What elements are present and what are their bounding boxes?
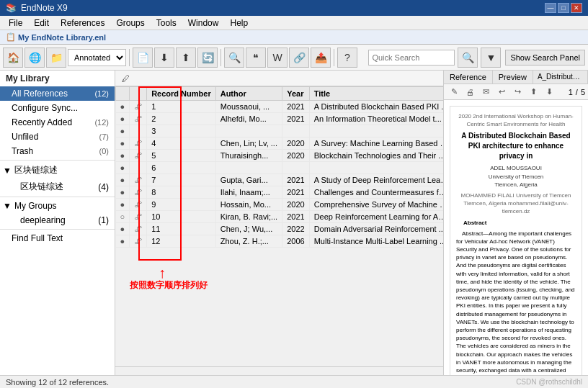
toolbar-btn-1[interactable]: 🏠 <box>3 48 23 68</box>
year-cell: 2020 <box>282 137 309 150</box>
menu-window[interactable]: Window <box>182 17 225 30</box>
preview-up-btn[interactable]: ⬆ <box>526 86 540 99</box>
author-cell: Chen, J; Wu,... <box>215 223 282 235</box>
search-button[interactable]: 🔍 <box>458 48 478 68</box>
year-cell: 2006 <box>282 235 309 248</box>
my-groups-header[interactable]: ▼ My Groups <box>0 199 115 213</box>
preview-content[interactable]: 2020 2nd International Workshop on Human… <box>444 100 588 375</box>
title-cell: A Distributed Blockchain Based PKI ... <box>309 101 443 113</box>
author-cell: Moussaoui, ... <box>215 101 282 113</box>
title-cell: Challenges and Countermeasures fo... <box>309 186 443 199</box>
toolbar-btn-share[interactable]: 📤 <box>311 48 331 68</box>
style-dropdown[interactable]: Annotated APA <box>68 49 126 66</box>
table-row[interactable]: ● 🖇 2 Alhefdi, Mo... 2021 An Information… <box>116 113 444 125</box>
group-section-header[interactable]: ▼ 区块链综述 <box>0 162 115 179</box>
quick-search-input[interactable] <box>368 50 455 66</box>
table-row[interactable]: ● 6 <box>116 162 444 174</box>
menu-file[interactable]: File <box>3 17 28 30</box>
sidebar-subitem-blockchain[interactable]: 区块链综述 (4) <box>0 179 115 195</box>
toolbar-btn-find[interactable]: 🔍 <box>224 48 244 68</box>
menu-tools[interactable]: Tools <box>151 17 182 30</box>
sidebar-subitem-deeplearing[interactable]: deeplearing (1) <box>0 213 115 227</box>
preview-paper-content: Abstract—Among the important challenges … <box>456 230 576 375</box>
library-icon: 📋 <box>6 32 16 42</box>
menu-groups[interactable]: Groups <box>110 17 150 30</box>
toolbar-btn-word[interactable]: W <box>267 48 288 68</box>
separator-find <box>0 229 115 230</box>
year-cell: 2021 <box>282 113 309 125</box>
dot-cell: ● <box>116 113 130 125</box>
table-row[interactable]: ● 🖇 11 Chen, J; Wu,... 2022 Domain Adver… <box>116 223 444 235</box>
maximize-button[interactable]: □ <box>558 3 569 13</box>
col-year[interactable]: Year <box>282 87 309 101</box>
table-row[interactable]: ● 🖇 5 Thuraisingh... 2020 Blockchain Tec… <box>116 150 444 162</box>
toolbar-btn-2[interactable]: 🌐 <box>24 48 45 68</box>
table-row[interactable]: ● 🖇 9 Hossain, Mo... 2020 Comprehensive … <box>116 199 444 211</box>
sidebar-item-all-references[interactable]: All References (12) <box>0 86 115 101</box>
clip-cell: 🖇 <box>130 137 147 150</box>
horizontal-scrollbar[interactable] <box>115 366 443 375</box>
app-icon: 📚 <box>6 3 17 13</box>
toolbar-btn-ref[interactable]: 🔗 <box>289 48 309 68</box>
table-row[interactable]: ○ 🖇 10 Kiran, B. Ravi;... 2021 Deep Rein… <box>116 211 444 223</box>
year-cell: 2021 <box>282 186 309 199</box>
sidebar-item-find-full-text[interactable]: Find Full Text <box>0 231 115 245</box>
title-cell: Blockchain Technologies and Their A... <box>309 150 443 162</box>
table-container[interactable]: Record Number Author Year Title Rating J… <box>115 86 443 366</box>
toolbar-btn-quote[interactable]: ❝ <box>246 48 266 68</box>
preview-email-btn[interactable]: ✉ <box>478 86 493 99</box>
watermark: CSDN @rothschildhl <box>516 378 582 386</box>
sidebar-item-configure-sync[interactable]: Configure Sync... <box>0 101 115 115</box>
year-cell: 2022 <box>282 223 309 235</box>
table-row[interactable]: ● 🖇 12 Zhou, Z. H.;... 2006 Multi-Instan… <box>116 235 444 248</box>
show-search-panel-button[interactable]: Show Search Panel <box>505 50 585 66</box>
preview-redo-btn[interactable]: ↪ <box>510 86 525 99</box>
search-dropdown[interactable]: ▼ <box>481 48 501 68</box>
menu-edit[interactable]: Edit <box>28 17 55 30</box>
toolbar-btn-import[interactable]: ⬇ <box>154 48 174 68</box>
col-record-number[interactable]: Record Number <box>147 87 216 101</box>
close-button[interactable]: ✕ <box>571 3 582 13</box>
minimize-button[interactable]: — <box>545 3 556 13</box>
toolbar-btn-sync[interactable]: 🔄 <box>197 48 218 68</box>
tab-reference[interactable]: Reference <box>444 71 493 84</box>
tab-preview[interactable]: Preview <box>493 71 533 84</box>
toolbar-btn-3[interactable]: 📁 <box>46 48 66 68</box>
table-row[interactable]: ● 🖇 4 Chen, Lin; Lv, ... 2020 A Survey: … <box>116 137 444 150</box>
col-dot[interactable] <box>116 87 130 101</box>
my-groups-collapse-icon: ▼ <box>3 201 12 211</box>
preview-undo-btn[interactable]: ↩ <box>494 86 509 99</box>
page-nav: 1 / 5 <box>569 88 585 96</box>
clip-cell: 🖇 <box>130 235 147 248</box>
toolbar-btn-new[interactable]: 📄 <box>133 48 153 68</box>
table-row[interactable]: ● 🖇 7 Gupta, Gari... 2021 A Study of Dee… <box>116 174 444 186</box>
table-row[interactable]: ● 🖇 8 Ilahi, Inaam;... 2021 Challenges a… <box>116 186 444 199</box>
col-clip[interactable] <box>130 87 147 101</box>
sidebar-item-recently-added[interactable]: Recently Added (12) <box>0 115 115 130</box>
year-cell: 2021 <box>282 174 309 186</box>
tab-file[interactable]: A_Distributed_Blockchain... <box>533 71 588 84</box>
sidebar-item-trash[interactable]: Trash (0) <box>0 144 115 158</box>
deeplearing-count: (1) <box>98 215 109 225</box>
clip-cell: 🖇 <box>130 101 147 113</box>
menu-references[interactable]: References <box>55 17 110 30</box>
menu-help[interactable]: Help <box>224 17 254 30</box>
table-row[interactable]: ● 🖇 1 Moussaoui, ... 2021 A Distributed … <box>116 101 444 113</box>
toolbar-btn-help[interactable]: ? <box>337 48 357 68</box>
author-cell: Zhou, Z. H.;... <box>215 235 282 248</box>
preview-print-btn[interactable]: 🖨 <box>463 86 477 99</box>
preview-edit-btn[interactable]: ✎ <box>447 86 461 99</box>
col-title[interactable]: Title <box>309 87 443 101</box>
clip-cell: 🖇 <box>130 211 147 223</box>
year-cell: 2021 <box>282 211 309 223</box>
table-toolbar: 🖊 <box>115 71 443 86</box>
table-row[interactable]: ● 3 <box>116 125 444 137</box>
table-toolbar-btn-1[interactable]: 🖊 <box>118 72 133 85</box>
sidebar-item-unfiled[interactable]: Unfiled (7) <box>0 130 115 144</box>
toolbar-btn-export[interactable]: ⬆ <box>176 48 196 68</box>
preview-down-btn[interactable]: ⬇ <box>542 86 556 99</box>
year-cell: 2021 <box>282 101 309 113</box>
record-number-cell: 6 <box>147 162 216 174</box>
preview-panel: Reference Preview A_Distributed_Blockcha… <box>444 71 588 375</box>
col-author[interactable]: Author <box>215 87 282 101</box>
